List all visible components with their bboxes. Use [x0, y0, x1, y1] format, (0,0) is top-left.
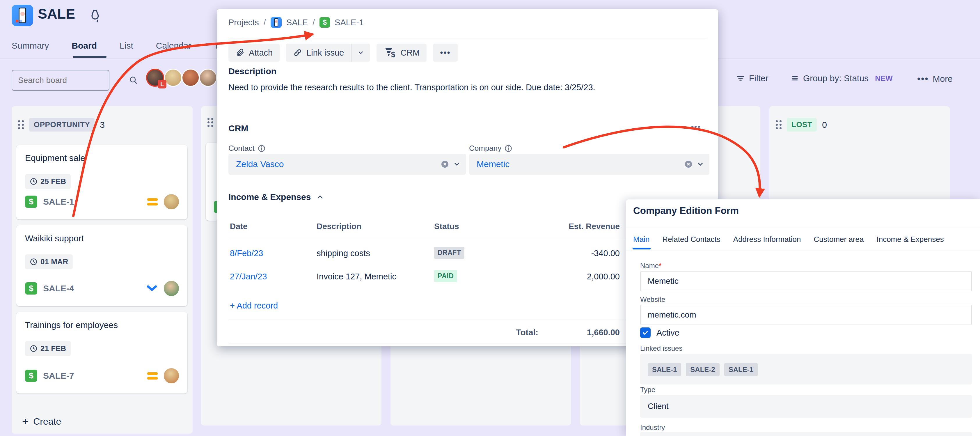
linked-issue-chip[interactable]: SALE-1	[724, 363, 758, 376]
linked-issue-chip[interactable]: SALE-2	[686, 363, 719, 376]
crm-button[interactable]: $ CRM	[377, 44, 426, 62]
record-date-link[interactable]: 27/Jan/23	[230, 272, 267, 282]
contact-select[interactable]: Zelda Vasco	[228, 154, 466, 175]
more-actions-button[interactable]: •••	[433, 44, 457, 62]
name-field[interactable]	[640, 271, 972, 291]
drag-handle-icon[interactable]	[207, 118, 213, 127]
column-label: LOST	[787, 118, 817, 132]
priority-low-icon	[146, 284, 158, 293]
type-label: Type	[640, 386, 655, 394]
clear-icon[interactable]	[440, 159, 450, 169]
search-board	[12, 70, 110, 91]
form-tab-income-expenses[interactable]: Income & Expenses	[877, 235, 943, 244]
issue-type-icon: $	[25, 282, 37, 294]
industry-select[interactable]: Select	[640, 432, 972, 436]
website-field[interactable]	[640, 305, 972, 325]
avatar[interactable]	[199, 69, 217, 87]
link-issue-button[interactable]: Link issue	[286, 44, 352, 62]
crm-section-more[interactable]: •••	[691, 122, 701, 131]
website-label: Website	[640, 295, 665, 304]
income-expenses-heading: Income & Expenses	[228, 192, 311, 202]
form-tab-customer-area[interactable]: Customer area	[814, 235, 864, 244]
card-sale-1[interactable]: Equipment sale 25 FEB $ SALE-1	[16, 145, 188, 220]
company-label: Company	[469, 144, 501, 153]
card-sale-7[interactable]: Trainings for employees 21 FEB $ SALE-7	[16, 312, 188, 393]
breadcrumb-project[interactable]: SALE	[286, 18, 308, 27]
breadcrumb-issue[interactable]: SALE-1	[335, 18, 364, 27]
avatar[interactable]	[181, 69, 200, 87]
paperclip-icon	[235, 48, 245, 57]
project-mini-logo	[270, 17, 282, 28]
form-tab-related-contacts[interactable]: Related Contacts	[662, 235, 720, 244]
info-icon[interactable]	[504, 144, 512, 153]
assignee-avatar[interactable]	[163, 280, 180, 297]
required-asterisk: *	[659, 262, 661, 269]
link-issue-dropdown[interactable]	[352, 44, 370, 62]
plus-icon: +	[22, 415, 29, 428]
add-record-link[interactable]: + Add record	[230, 301, 278, 310]
chevron-down-icon[interactable]	[693, 161, 710, 168]
active-tab-underline	[73, 56, 107, 58]
paint-drop-icon[interactable]	[88, 9, 101, 23]
col-header-status: Status	[434, 222, 459, 231]
linked-issues-field[interactable]: SALE-1 SALE-2 SALE-1	[640, 353, 972, 385]
tab-list[interactable]: List	[119, 41, 133, 51]
tab-board[interactable]: Board	[72, 41, 97, 51]
group-by-button[interactable]: Group by: Status NEW	[791, 73, 893, 83]
breadcrumb: Projects / SALE / $ SALE-1	[228, 17, 364, 28]
search-icon	[129, 76, 143, 85]
col-header-revenue: Est. Revenue	[533, 222, 620, 231]
filter-icon	[736, 74, 745, 83]
drag-handle-icon[interactable]	[776, 120, 781, 129]
chevron-down-icon	[357, 49, 364, 56]
link-icon	[293, 48, 302, 57]
tab-summary[interactable]: Summary	[12, 41, 49, 51]
filter-button[interactable]: Filter	[736, 73, 768, 83]
name-label: Name	[640, 262, 659, 269]
column-count: 0	[822, 120, 827, 130]
breadcrumb-projects[interactable]: Projects	[228, 18, 259, 27]
crm-section-heading: CRM	[228, 123, 248, 133]
col-header-date: Date	[230, 222, 248, 231]
active-form-tab-underline	[633, 248, 651, 250]
avatar[interactable]	[164, 69, 182, 87]
record-revenue: 2,000.00	[533, 272, 620, 282]
company-select[interactable]: Memetic	[469, 154, 710, 175]
chevron-down-icon[interactable]	[450, 161, 466, 168]
status-badge: DRAFT	[434, 247, 465, 259]
issue-type-icon: $	[320, 17, 330, 28]
clock-icon	[30, 345, 38, 352]
clear-icon[interactable]	[684, 159, 693, 169]
attach-button[interactable]: Attach	[228, 44, 280, 62]
more-button[interactable]: ••• More	[917, 73, 953, 84]
form-tab-main[interactable]: Main	[633, 235, 649, 244]
active-label: Active	[656, 328, 679, 337]
record-date-link[interactable]: 8/Feb/23	[230, 248, 263, 258]
create-button[interactable]: + Create	[22, 415, 61, 428]
column-opportunity: OPPORTUNITY 3 Equipment sale 25 FEB $ SA…	[12, 106, 192, 434]
drag-handle-icon[interactable]	[18, 120, 24, 129]
record-description: shipping costs	[317, 248, 370, 258]
due-date-chip: 01 MAR	[25, 255, 73, 269]
clock-icon	[30, 258, 38, 266]
info-icon[interactable]	[258, 144, 266, 153]
search-input[interactable]	[12, 76, 129, 85]
type-select[interactable]: Client	[640, 395, 972, 418]
active-checkbox[interactable]	[640, 328, 651, 338]
tab-calendar[interactable]: Calendar	[156, 41, 191, 51]
new-badge: NEW	[875, 74, 893, 83]
assignee-avatar[interactable]	[163, 367, 180, 384]
description-text: Need to provide the research results to …	[228, 83, 700, 92]
crm-funnel-icon: $	[383, 47, 394, 59]
linked-issue-chip[interactable]: SALE-1	[648, 363, 681, 376]
chevron-up-icon[interactable]	[316, 193, 324, 201]
description-heading: Description	[228, 66, 277, 76]
linked-issues-label: Linked issues	[640, 344, 682, 352]
clock-icon	[30, 178, 38, 185]
issue-type-icon: $	[25, 370, 37, 382]
column-label: OPPORTUNITY	[29, 118, 95, 132]
priority-medium-icon	[147, 372, 158, 380]
assignee-avatar[interactable]	[163, 193, 180, 210]
card-sale-4[interactable]: Waikiki support 01 MAR $ SALE-4	[16, 225, 188, 306]
form-tab-address-information[interactable]: Address Information	[733, 235, 801, 244]
